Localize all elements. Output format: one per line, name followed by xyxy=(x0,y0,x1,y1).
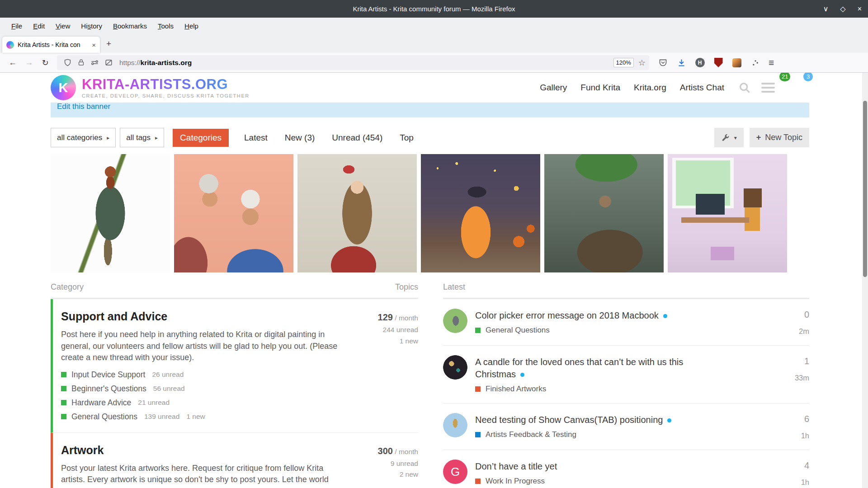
pocket-icon[interactable] xyxy=(657,57,668,68)
topic-row[interactable]: Need testing of Show Canvas(TAB) positio… xyxy=(443,404,809,450)
site-logo[interactable]: K KRITA-ARTISTS.ORG CREATE, DEVELOP, SHA… xyxy=(51,75,250,100)
tab-categories[interactable]: Categories xyxy=(173,129,229,147)
topic-avatar[interactable]: G xyxy=(443,460,467,484)
extension-dots-icon[interactable] xyxy=(750,57,761,68)
topic-title[interactable]: Color picker error message on 2018 Macbo… xyxy=(475,310,697,322)
minimize-icon[interactable]: ∨ xyxy=(823,5,829,13)
nav-fund-krita[interactable]: Fund Krita xyxy=(580,83,620,93)
gallery-image-3[interactable] xyxy=(297,154,417,272)
site-wordmark: KRITA-ARTISTS.ORG xyxy=(82,77,250,92)
close-icon[interactable]: × xyxy=(858,5,862,13)
menu-bookmarks[interactable]: Bookmarks xyxy=(108,20,152,32)
notification-badge-green[interactable]: 21 xyxy=(779,73,790,81)
topic-time: 33m xyxy=(781,374,809,382)
tab-latest[interactable]: Latest xyxy=(244,133,268,143)
zoom-level-badge[interactable]: 120% xyxy=(613,58,634,67)
url-bar[interactable]: https://krita-artists.org 120% ☆ xyxy=(57,55,649,70)
menu-edit[interactable]: Edit xyxy=(28,20,50,32)
header-nav: Gallery Fund Krita Krita.org Artists Cha… xyxy=(540,83,724,93)
tab-top[interactable]: Top xyxy=(400,133,414,143)
maximize-icon[interactable]: ◇ xyxy=(840,5,845,13)
site-banner: Edit this banner xyxy=(51,103,809,117)
ublock-shield-icon[interactable] xyxy=(713,57,724,68)
user-avatar[interactable]: 21 3 xyxy=(785,75,809,100)
subcategory-beginners-questions[interactable]: Beginner's Questions 56 unread xyxy=(61,384,344,394)
downloads-icon[interactable] xyxy=(676,57,687,68)
site-header: K KRITA-ARTISTS.ORG CREATE, DEVELOP, SHA… xyxy=(0,73,868,103)
topic-row[interactable]: A candle for the loved ones that can’t b… xyxy=(443,346,809,404)
forward-icon[interactable]: → xyxy=(21,58,37,67)
topic-title[interactable]: Don’t have a title yet xyxy=(475,460,697,473)
back-icon[interactable]: ← xyxy=(5,58,21,67)
tags-dropdown[interactable]: all tags▸ xyxy=(120,128,164,147)
tab-new[interactable]: New (3) xyxy=(285,133,315,143)
edit-banner-link[interactable]: Edit this banner xyxy=(57,103,110,111)
subcategory-input-device-support[interactable]: Input Device Support 26 unread xyxy=(61,370,344,380)
topic-row[interactable]: Color picker error message on 2018 Macbo… xyxy=(443,299,809,346)
bookmark-star-icon[interactable]: ☆ xyxy=(638,58,646,68)
category-color-square xyxy=(475,432,481,437)
topic-category[interactable]: Finished Artworks xyxy=(475,385,781,394)
category-color-square xyxy=(475,386,481,392)
unread-dot-icon xyxy=(667,418,671,422)
browser-tab[interactable]: Krita Artists - Krita con × xyxy=(2,37,100,53)
topic-title[interactable]: Need testing of Show Canvas(TAB) positio… xyxy=(475,414,697,426)
tab-unread[interactable]: Unread (454) xyxy=(332,133,382,143)
menu-file[interactable]: File xyxy=(6,20,27,32)
hamburger-icon[interactable] xyxy=(761,80,775,95)
menu-history[interactable]: History xyxy=(76,20,107,32)
notification-badge-blue[interactable]: 3 xyxy=(803,73,813,81)
tab-close-icon[interactable]: × xyxy=(92,41,96,49)
lock-icon[interactable] xyxy=(77,58,85,67)
new-tab-button[interactable]: + xyxy=(100,39,118,49)
app-menu-icon[interactable]: ≡ xyxy=(769,57,774,68)
gallery-image-2[interactable] xyxy=(174,154,293,272)
reply-count: 1 xyxy=(781,356,809,366)
topic-category[interactable]: Artists Feedback & Testing xyxy=(475,430,781,439)
topic-time: 2m xyxy=(781,327,809,336)
featured-gallery xyxy=(51,154,809,272)
page-scrollbar[interactable] xyxy=(862,73,868,488)
gallery-image-6[interactable] xyxy=(668,154,787,272)
extension-animal-icon[interactable] xyxy=(731,57,742,68)
category-color-square xyxy=(61,386,66,391)
category-title[interactable]: Support and Advice xyxy=(61,310,344,323)
reply-count: 4 xyxy=(781,460,809,471)
category-title[interactable]: Artwork xyxy=(61,444,344,457)
topic-category[interactable]: Work In Progress xyxy=(475,477,781,486)
subcategory-general-questions[interactable]: General Questions 139 unread 1 new xyxy=(61,412,344,422)
krita-logo-icon: K xyxy=(51,75,76,100)
shield-icon[interactable] xyxy=(63,58,72,67)
nav-gallery[interactable]: Gallery xyxy=(540,83,567,93)
permissions-icon[interactable] xyxy=(90,58,99,67)
search-icon[interactable] xyxy=(738,81,751,94)
menu-view[interactable]: View xyxy=(51,20,75,32)
topic-avatar[interactable] xyxy=(443,413,467,437)
topic-title[interactable]: A candle for the loved ones that can’t b… xyxy=(475,356,697,380)
category-stats: 129 / month 244 unread 1 new xyxy=(378,310,418,347)
admin-wrench-button[interactable]: ▾ xyxy=(714,128,744,147)
nav-artists-chat[interactable]: Artists Chat xyxy=(680,83,724,93)
new-topic-button[interactable]: + New Topic xyxy=(750,128,809,147)
topic-avatar[interactable] xyxy=(443,309,467,333)
category-color-square xyxy=(475,479,481,484)
reply-count: 0 xyxy=(781,310,809,320)
extension-h-icon[interactable]: H xyxy=(694,57,705,68)
reload-icon[interactable]: ↻ xyxy=(37,58,53,68)
gallery-image-4[interactable] xyxy=(421,154,540,272)
menu-help[interactable]: Help xyxy=(179,20,203,32)
nav-krita-org[interactable]: Krita.org xyxy=(634,83,666,93)
topic-row[interactable]: G Don’t have a title yet Work In Progres… xyxy=(443,450,809,488)
gallery-image-5[interactable] xyxy=(544,154,664,272)
reply-count: 6 xyxy=(781,414,809,424)
unread-dot-icon xyxy=(663,314,667,318)
topic-category[interactable]: General Questions xyxy=(475,326,781,335)
subcategory-hardware-advice[interactable]: Hardware Advice 21 unread xyxy=(61,398,344,408)
gallery-image-1[interactable] xyxy=(51,154,170,272)
blocked-content-icon[interactable] xyxy=(104,58,113,67)
scrollbar-thumb[interactable] xyxy=(863,101,867,277)
window-titlebar: Krita Artists - Krita community forum — … xyxy=(0,0,868,18)
topic-avatar[interactable] xyxy=(443,355,467,380)
menu-tools[interactable]: Tools xyxy=(153,20,179,32)
categories-dropdown[interactable]: all categories▸ xyxy=(51,128,116,147)
